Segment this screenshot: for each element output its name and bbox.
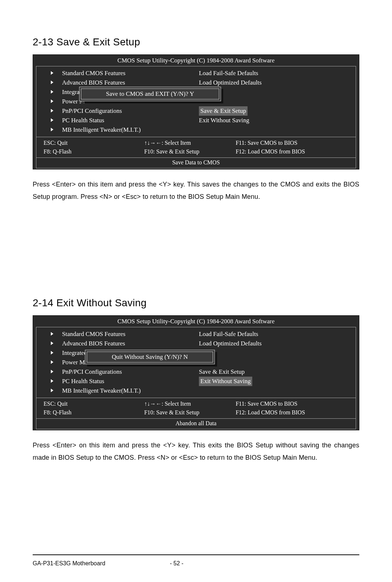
- footer-rule: [33, 554, 359, 555]
- menu-label: Advanced BIOS Features: [62, 79, 125, 86]
- bios-key-legend: ESC: Quit ↑↓→←: Select Item F11: Save CM…: [36, 137, 356, 157]
- footer-page-number: - 52 -: [170, 560, 222, 567]
- menu-item: Standard CMOS Features: [51, 69, 196, 78]
- triangle-icon: [51, 81, 53, 84]
- bios-help-bar: Save Data to CMOS: [36, 158, 356, 168]
- menu-label: Save & Exit Setup: [199, 368, 245, 375]
- bios-inner: Standard CMOS Features Advanced BIOS Fea…: [36, 66, 356, 168]
- section-title-exit-without-saving: 2-14 Exit Without Saving: [33, 297, 359, 309]
- dialog-text: Save to CMOS and EXIT (Y/N)? Y: [81, 89, 219, 99]
- menu-item: [199, 348, 356, 358]
- bios-menu-right: Load Fail-Safe Defaults Load Optimized D…: [196, 329, 356, 395]
- menu-item: Load Optimized Defaults: [199, 339, 356, 348]
- menu-label: Integrat: [62, 89, 81, 95]
- triangle-icon: [51, 90, 53, 94]
- menu-item: Advanced BIOS Features: [51, 78, 196, 87]
- menu-label: Standard CMOS Features: [62, 70, 126, 77]
- menu-label: Load Fail-Safe Defaults: [199, 331, 258, 337]
- bios-dialog-quit-without-saving: Quit Without Saving (Y/N)? N: [85, 350, 215, 364]
- triangle-icon: [51, 71, 53, 75]
- triangle-icon: [51, 360, 53, 364]
- menu-item: PC Health Status: [51, 116, 196, 125]
- bios-screenshot-exit-without-saving: CMOS Setup Utility-Copyright (C) 1984-20…: [33, 315, 359, 430]
- menu-label: Save & Exit Setup: [199, 106, 248, 116]
- triangle-icon: [51, 118, 53, 122]
- triangle-icon: [51, 332, 53, 336]
- menu-label: Integrated: [62, 349, 87, 356]
- menu-label: Exit Without Saving: [199, 117, 249, 124]
- section-title-save-exit: 2-13 Save & Exit Setup: [33, 36, 359, 48]
- menu-label: Exit Without Saving: [199, 377, 252, 386]
- triangle-icon: [51, 128, 53, 131]
- triangle-icon: [51, 370, 53, 373]
- menu-item-highlighted: Save & Exit Setup: [199, 106, 356, 116]
- menu-label: PnP/PCI Configurations: [62, 107, 122, 114]
- bios-dialog-save-exit: Save to CMOS and EXIT (Y/N)? Y: [79, 87, 221, 101]
- key-f8: F8: Q-Flash: [44, 408, 144, 417]
- menu-label: Load Optimized Defaults: [199, 340, 262, 347]
- menu-label: Standard CMOS Features: [62, 331, 126, 337]
- menu-item: Save & Exit Setup: [199, 367, 356, 377]
- menu-label: Power Ma: [62, 359, 87, 366]
- key-f11: F11: Save CMOS to BIOS: [236, 399, 348, 408]
- menu-item: [199, 386, 356, 395]
- bios-screenshot-save-exit: CMOS Setup Utility-Copyright (C) 1984-20…: [33, 54, 359, 169]
- menu-item: PC Health Status: [51, 377, 196, 386]
- bios-header: CMOS Setup Utility-Copyright (C) 1984-20…: [33, 55, 359, 66]
- key-arrows: ↑↓→←: Select Item: [144, 139, 236, 147]
- key-f11: F11: Save CMOS to BIOS: [236, 139, 348, 147]
- section-body-text: Press <Enter> on this item and press the…: [33, 439, 359, 464]
- key-f10: F10: Save & Exit Setup: [144, 147, 236, 156]
- triangle-icon: [51, 379, 53, 383]
- footer-product: GA-P31-ES3G Motherboard: [33, 560, 170, 567]
- bios-help-bar: Abandon all Data: [36, 419, 356, 429]
- bios-menu-right: Load Fail-Safe Defaults Load Optimized D…: [196, 69, 356, 135]
- menu-item: PnP/PCI Configurations: [51, 106, 196, 116]
- triangle-icon: [51, 341, 53, 345]
- bios-header: CMOS Setup Utility-Copyright (C) 1984-20…: [33, 316, 359, 327]
- menu-label: MB Intelligent Tweaker(M.I.T.): [62, 126, 141, 133]
- menu-label: Load Optimized Defaults: [199, 79, 262, 86]
- menu-item: [199, 97, 356, 106]
- menu-item: [199, 358, 356, 367]
- menu-item-highlighted: Exit Without Saving: [199, 377, 356, 386]
- menu-item: [199, 87, 356, 97]
- triangle-icon: [51, 99, 53, 103]
- key-f12: F12: Load CMOS from BIOS: [236, 147, 348, 156]
- key-esc: ESC: Quit: [44, 399, 144, 408]
- menu-label: Advanced BIOS Features: [62, 340, 125, 347]
- key-f10: F10: Save & Exit Setup: [144, 408, 236, 417]
- section-body-text: Press <Enter> on this item and press the…: [33, 178, 359, 203]
- menu-item: Standard CMOS Features: [51, 329, 196, 339]
- menu-item: PnP/PCI Configurations: [51, 367, 196, 377]
- bios-menu-left: Standard CMOS Features Advanced BIOS Fea…: [36, 69, 196, 135]
- bios-key-legend: ESC: Quit ↑↓→←: Select Item F11: Save CM…: [36, 398, 356, 418]
- page-footer: GA-P31-ES3G Motherboard - 52 -: [33, 560, 359, 567]
- key-arrows: ↑↓→←: Select Item: [144, 399, 236, 408]
- triangle-icon: [51, 351, 53, 354]
- menu-item: Advanced BIOS Features: [51, 339, 196, 348]
- menu-label: PC Health Status: [62, 378, 104, 385]
- dialog-text: Quit Without Saving (Y/N)? N: [87, 352, 213, 362]
- triangle-icon: [51, 109, 53, 112]
- bios-inner: Standard CMOS Features Advanced BIOS Fea…: [36, 327, 356, 429]
- menu-item: Load Optimized Defaults: [199, 78, 356, 87]
- menu-item: MB Intelligent Tweaker(M.I.T.): [51, 125, 196, 135]
- menu-label: PnP/PCI Configurations: [62, 368, 122, 375]
- menu-item: [199, 125, 356, 135]
- menu-label: MB Intelligent Tweaker(M.I.T.): [62, 387, 141, 394]
- menu-item: Load Fail-Safe Defaults: [199, 69, 356, 78]
- key-f12: F12: Load CMOS from BIOS: [236, 408, 348, 417]
- menu-item: Exit Without Saving: [199, 116, 356, 125]
- menu-item: Load Fail-Safe Defaults: [199, 329, 356, 339]
- menu-label: Load Fail-Safe Defaults: [199, 70, 258, 77]
- menu-item: MB Intelligent Tweaker(M.I.T.): [51, 386, 196, 395]
- triangle-icon: [51, 389, 53, 392]
- menu-label: PC Health Status: [62, 117, 104, 124]
- key-f8: F8: Q-Flash: [44, 147, 144, 156]
- key-esc: ESC: Quit: [44, 139, 144, 147]
